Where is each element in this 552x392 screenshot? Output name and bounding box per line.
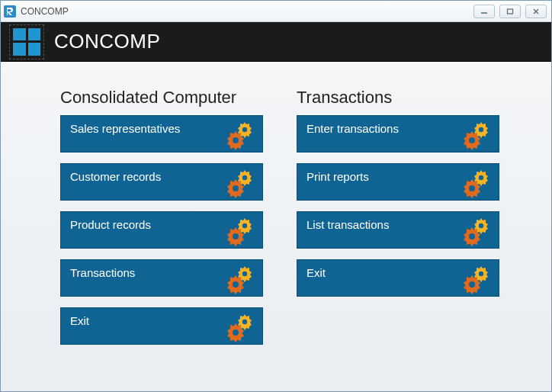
app-banner: CONCOMP	[1, 22, 551, 62]
menu-list-transactions[interactable]: List transactions	[297, 211, 499, 249]
gears-icon	[224, 217, 258, 247]
gears-icon	[461, 217, 494, 247]
content-area: Consolidated Computer Sales representati…	[1, 62, 551, 391]
svg-point-11	[242, 320, 247, 324]
svg-point-16	[469, 185, 475, 191]
gears-icon	[224, 169, 258, 199]
column-consolidated: Consolidated Computer Sales representati…	[60, 88, 263, 376]
menu-transactions[interactable]: Transactions	[60, 259, 263, 297]
menu-exit-left[interactable]: Exit	[60, 307, 263, 345]
gears-icon	[224, 120, 258, 151]
minimize-button[interactable]	[473, 5, 495, 18]
app-name: CONCOMP	[54, 30, 160, 53]
svg-point-18	[469, 233, 475, 239]
svg-point-10	[233, 281, 239, 288]
svg-point-19	[479, 272, 483, 276]
menu-label: List transactions	[306, 218, 389, 231]
menu-label: Exit	[70, 314, 89, 327]
menu-sales-representatives[interactable]: Sales representatives	[60, 115, 263, 153]
menu-enter-transactions[interactable]: Enter transactions	[297, 115, 499, 153]
maximize-button[interactable]	[499, 5, 521, 18]
svg-point-7	[242, 223, 247, 228]
menu-product-records[interactable]: Product records	[60, 211, 263, 249]
svg-point-13	[479, 127, 483, 132]
column-heading-left: Consolidated Computer	[60, 88, 263, 108]
menu-label: Transactions	[70, 266, 135, 279]
menu-label: Print reports	[306, 170, 369, 183]
titlebar: CONCOMP	[1, 1, 551, 22]
gears-icon	[224, 313, 258, 343]
svg-point-12	[233, 329, 239, 336]
svg-point-20	[469, 281, 475, 288]
svg-point-17	[479, 223, 483, 228]
window-controls	[473, 5, 547, 18]
menu-print-reports[interactable]: Print reports	[297, 163, 499, 201]
windows-logo-icon	[11, 27, 42, 57]
column-transactions: Transactions Enter transactions Print re…	[297, 88, 499, 376]
menu-label: Exit	[306, 266, 326, 279]
menu-label: Product records	[70, 218, 151, 231]
gears-icon	[461, 265, 494, 295]
svg-point-15	[479, 175, 483, 180]
menu-label: Sales representatives	[70, 122, 180, 135]
svg-point-5	[242, 175, 247, 180]
menu-label: Enter transactions	[306, 122, 399, 135]
gears-icon	[224, 265, 258, 295]
svg-point-8	[233, 233, 239, 239]
menu-customer-records[interactable]: Customer records	[60, 163, 263, 201]
svg-point-3	[242, 127, 247, 132]
app-r-icon	[4, 5, 16, 18]
main-window: CONCOMP CONCOMP Consolidated Computer Sa…	[0, 0, 552, 392]
svg-point-4	[233, 137, 239, 143]
window-title: CONCOMP	[21, 6, 69, 17]
column-heading-right: Transactions	[297, 88, 499, 108]
svg-point-9	[242, 272, 247, 276]
svg-rect-2	[508, 9, 513, 14]
svg-point-14	[469, 137, 475, 143]
menu-label: Customer records	[70, 170, 161, 183]
gears-icon	[461, 169, 494, 199]
menu-exit-right[interactable]: Exit	[297, 259, 499, 297]
gears-icon	[461, 120, 494, 151]
svg-point-6	[233, 185, 239, 191]
close-button[interactable]	[525, 5, 547, 18]
